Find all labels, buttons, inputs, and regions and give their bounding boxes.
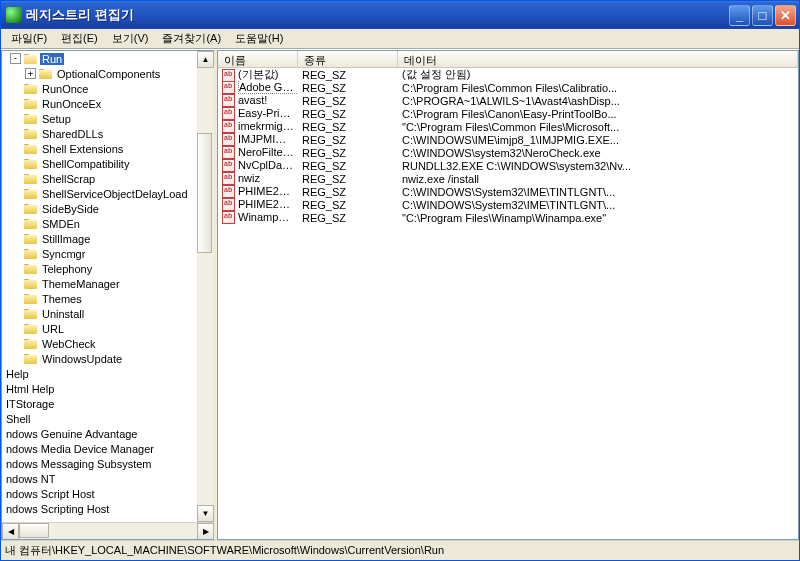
cell-type: REG_SZ	[298, 147, 398, 159]
tree-item[interactable]: ShellCompatibility	[2, 156, 214, 171]
string-value-icon	[222, 81, 235, 94]
tree-item[interactable]: SMDEn	[2, 216, 214, 231]
list-row[interactable]: NvCplDaemonREG_SZRUNDLL32.EXE C:\WINDOWS…	[218, 159, 798, 172]
list-row[interactable]: Adobe Gamm...REG_SZC:\Program Files\Comm…	[218, 81, 798, 94]
tree-item[interactable]: WindowsUpdate	[2, 351, 214, 366]
menu-favorites[interactable]: 즐겨찾기(A)	[156, 29, 227, 48]
tree-item[interactable]: Themes	[2, 291, 214, 306]
tree-item[interactable]: StillImage	[2, 231, 214, 246]
hscroll-thumb[interactable]	[19, 523, 49, 538]
tree-vscrollbar[interactable]: ▲ ▼	[197, 51, 214, 522]
tree-item[interactable]: URL	[2, 321, 214, 336]
string-value-icon	[222, 69, 235, 82]
close-button[interactable]: ✕	[775, 5, 796, 26]
cell-type: REG_SZ	[298, 173, 398, 185]
tree-item[interactable]: Html Help	[2, 381, 214, 396]
vscroll-thumb[interactable]	[197, 133, 212, 253]
tree-item[interactable]: Uninstall	[2, 306, 214, 321]
tree-item-label: Setup	[40, 113, 73, 125]
tree-item[interactable]: +OptionalComponents	[2, 66, 214, 81]
list-row[interactable]: nwizREG_SZnwiz.exe /install	[218, 172, 798, 185]
string-value-icon	[222, 94, 235, 107]
menu-edit[interactable]: 편집(E)	[55, 29, 104, 48]
scroll-up-button[interactable]: ▲	[197, 51, 214, 68]
folder-icon	[24, 98, 37, 109]
expand-toggle[interactable]: -	[10, 53, 21, 64]
folder-icon	[24, 353, 37, 364]
tree-panel: -Run+OptionalComponentsRunOnceRunOnceExS…	[1, 50, 214, 540]
cell-name: IMJPMIG8.1	[218, 133, 298, 147]
tree-item[interactable]: Syncmgr	[2, 246, 214, 261]
tree-item[interactable]: WebCheck	[2, 336, 214, 351]
tree-item-label: ShellServiceObjectDelayLoad	[40, 188, 190, 200]
tree-item-label: StillImage	[40, 233, 92, 245]
list-row[interactable]: WinampAgentREG_SZ"C:\Program Files\Winam…	[218, 211, 798, 224]
maximize-button[interactable]: □	[752, 5, 773, 26]
scroll-right-button[interactable]: ▶	[197, 523, 214, 540]
list-body[interactable]: (기본값)REG_SZ(값 설정 안됨)Adobe Gamm...REG_SZC…	[218, 68, 798, 539]
tree-item[interactable]: ndows NT	[2, 471, 214, 486]
tree-item[interactable]: ShellScrap	[2, 171, 214, 186]
cell-data: (값 설정 안됨)	[398, 68, 798, 82]
list-row[interactable]: (기본값)REG_SZ(값 설정 안됨)	[218, 68, 798, 81]
folder-icon	[24, 173, 37, 184]
expand-toggle[interactable]: +	[25, 68, 36, 79]
hscroll-track[interactable]	[19, 523, 197, 539]
tree-item[interactable]: SideBySide	[2, 201, 214, 216]
list-row[interactable]: PHIME2002AS...REG_SZC:\WINDOWS\System32\…	[218, 198, 798, 211]
list-row[interactable]: PHIME2002AREG_SZC:\WINDOWS\System32\IME\…	[218, 185, 798, 198]
tree-item[interactable]: RunOnceEx	[2, 96, 214, 111]
folder-icon	[24, 53, 37, 64]
tree-item[interactable]: ThemeManager	[2, 276, 214, 291]
tree-body[interactable]: -Run+OptionalComponentsRunOnceRunOnceExS…	[2, 51, 214, 522]
tree-item[interactable]: ndows Genuine Advantage	[2, 426, 214, 441]
list-row[interactable]: Easy-PrintToo...REG_SZC:\Program Files\C…	[218, 107, 798, 120]
tree-item-label: WindowsUpdate	[40, 353, 124, 365]
tree-item[interactable]: ndows Media Device Manager	[2, 441, 214, 456]
vscroll-track[interactable]	[197, 68, 214, 505]
list-row[interactable]: imekrmig7.0REG_SZ"C:\Program Files\Commo…	[218, 120, 798, 133]
window-title: 레지스트리 편집기	[26, 6, 729, 24]
col-name[interactable]: 이름	[218, 51, 298, 67]
cell-name: nwiz	[218, 172, 298, 186]
tree-item[interactable]: ndows Scripting Host	[2, 501, 214, 516]
registry-editor-window: 레지스트리 편집기 _ □ ✕ 파일(F) 편집(E) 보기(V) 즐겨찾기(A…	[0, 0, 800, 561]
tree-item[interactable]: Help	[2, 366, 214, 381]
tree-item[interactable]: ShellServiceObjectDelayLoad	[2, 186, 214, 201]
tree-item[interactable]: -Run	[2, 51, 214, 66]
col-data[interactable]: 데이터	[398, 51, 798, 67]
tree-hscrollbar[interactable]: ◀ ▶	[2, 522, 214, 539]
tree-item[interactable]: Shell Extensions	[2, 141, 214, 156]
cell-data: C:\Program Files\Common Files\Calibratio…	[398, 82, 798, 94]
menu-help[interactable]: 도움말(H)	[229, 29, 289, 48]
tree-item[interactable]: SharedDLLs	[2, 126, 214, 141]
tree-item[interactable]: ndows Script Host	[2, 486, 214, 501]
scroll-left-button[interactable]: ◀	[2, 523, 19, 540]
tree-item[interactable]: Shell	[2, 411, 214, 426]
cell-name: Adobe Gamm...	[218, 81, 298, 95]
menu-view[interactable]: 보기(V)	[106, 29, 155, 48]
tree-item[interactable]: ITStorage	[2, 396, 214, 411]
scroll-down-button[interactable]: ▼	[197, 505, 214, 522]
folder-icon	[24, 218, 37, 229]
tree-item-label: WebCheck	[40, 338, 98, 350]
tree-item[interactable]: sp	[2, 516, 214, 522]
cell-data: C:\WINDOWS\System32\IME\TINTLGNT\...	[398, 199, 798, 211]
list-row[interactable]: avast!REG_SZC:\PROGRA~1\ALWILS~1\Avast4\…	[218, 94, 798, 107]
tree-item[interactable]: ndows Messaging Subsystem	[2, 456, 214, 471]
folder-icon	[24, 128, 37, 139]
tree-item[interactable]: Setup	[2, 111, 214, 126]
minimize-button[interactable]: _	[729, 5, 750, 26]
menu-file[interactable]: 파일(F)	[5, 29, 53, 48]
list-row[interactable]: NeroFilterCheckREG_SZC:\WINDOWS\system32…	[218, 146, 798, 159]
col-type[interactable]: 종류	[298, 51, 398, 67]
tree-item[interactable]: RunOnce	[2, 81, 214, 96]
folder-icon	[24, 308, 37, 319]
tree-item-label: Html Help	[4, 383, 56, 395]
cell-name: WinampAgent	[218, 211, 298, 225]
folder-icon	[24, 323, 37, 334]
tree-item[interactable]: Telephony	[2, 261, 214, 276]
list-row[interactable]: IMJPMIG8.1REG_SZC:\WINDOWS\IME\imjp8_1\I…	[218, 133, 798, 146]
titlebar[interactable]: 레지스트리 편집기 _ □ ✕	[1, 1, 799, 29]
folder-icon	[24, 188, 37, 199]
